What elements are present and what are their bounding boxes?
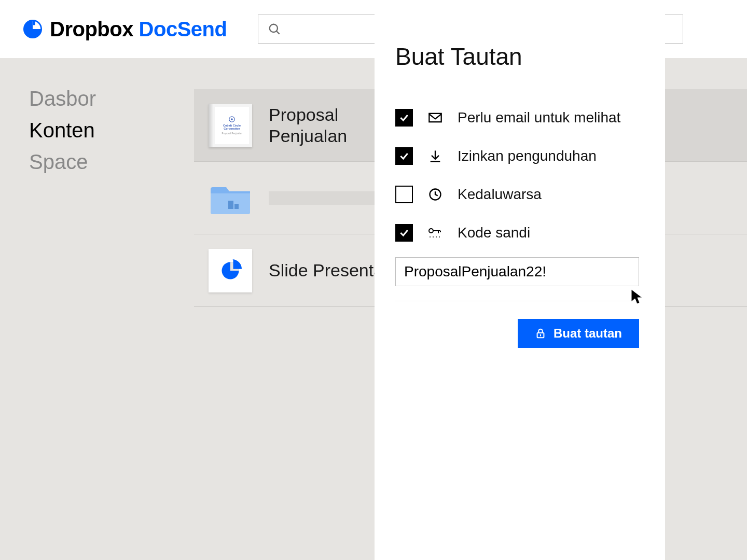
svg-line-3 [276, 31, 280, 34]
logo[interactable]: Dropbox DocSend [23, 18, 227, 41]
checkbox[interactable] [395, 109, 413, 127]
checkbox[interactable] [395, 224, 413, 242]
content-row-title: ProposalPenjualan [269, 104, 347, 147]
brand-name: Dropbox [50, 18, 133, 40]
sidebar: Dasbor Konten Space [0, 58, 169, 560]
checkbox[interactable] [395, 147, 413, 165]
svg-rect-9 [429, 114, 441, 122]
svg-point-2 [270, 24, 278, 32]
create-link-button-label: Buat tautan [554, 326, 622, 341]
option-allow-download[interactable]: Izinkan pengunduhan [395, 147, 653, 165]
divider [395, 301, 639, 301]
svg-point-13 [429, 229, 433, 233]
svg-rect-6 [228, 201, 233, 209]
mail-icon [427, 110, 443, 125]
svg-point-5 [231, 118, 233, 120]
dropbox-logo-icon [23, 19, 43, 39]
search-icon [268, 22, 281, 36]
pie-chart-icon [209, 249, 252, 292]
thumb-subtitle: Proposal Penjualan [222, 132, 242, 135]
thumb-company: Cobalt Circle Corporation [215, 124, 249, 130]
lock-icon [535, 328, 546, 339]
document-thumbnail-icon: Cobalt Circle Corporation Proposal Penju… [209, 104, 252, 147]
folder-icon [209, 176, 252, 220]
brand-product: DocSend [139, 18, 227, 40]
option-label: Perlu email untuk melihat [458, 109, 620, 126]
cursor-icon [630, 288, 646, 305]
panel-title: Buat Tautan [395, 43, 653, 71]
option-expiration[interactable]: Kedaluwarsa [395, 186, 653, 203]
option-label: Kode sandi [458, 225, 530, 241]
option-label: Kedaluwarsa [458, 186, 542, 203]
option-passcode[interactable]: Kode sandi [395, 224, 653, 242]
clock-icon [427, 187, 443, 202]
content-row-title: Slide Presentas [269, 260, 392, 281]
download-icon [427, 149, 443, 163]
sidebar-item-space[interactable]: Space [29, 146, 140, 178]
logo-text: Dropbox DocSend [50, 18, 227, 41]
passcode-input[interactable] [395, 257, 639, 286]
create-link-panel: Buat Tautan Perlu email untuk melihat Iz… [375, 0, 665, 560]
checkbox[interactable] [395, 186, 413, 203]
key-icon [427, 226, 443, 240]
svg-point-17 [430, 236, 431, 237]
option-label: Izinkan pengunduhan [458, 148, 597, 164]
svg-point-18 [433, 236, 434, 237]
create-link-button[interactable]: Buat tautan [518, 319, 639, 348]
svg-rect-7 [234, 204, 239, 209]
svg-point-20 [439, 236, 440, 237]
option-require-email[interactable]: Perlu email untuk melihat [395, 109, 653, 127]
sidebar-item-dasbor[interactable]: Dasbor [29, 83, 140, 115]
sidebar-item-konten[interactable]: Konten [29, 115, 140, 146]
svg-point-19 [436, 236, 437, 237]
svg-rect-1 [33, 21, 35, 25]
